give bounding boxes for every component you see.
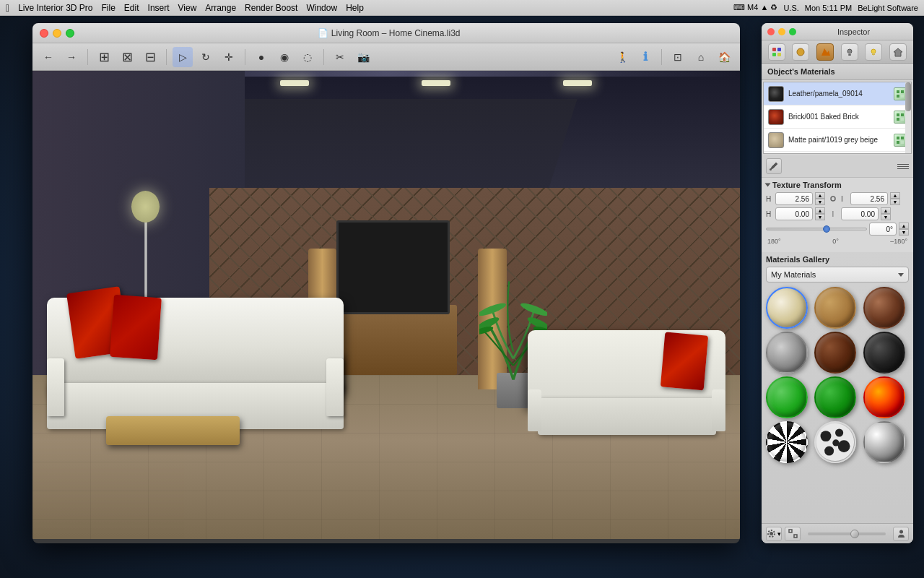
- material-ball-wood[interactable]: [814, 287, 856, 329]
- materials-scrollbar-thumb[interactable]: [905, 82, 911, 111]
- materials-list[interactable]: Leather/pamela_09014 Brick/001 Baked Bri…: [763, 82, 912, 154]
- menu-edit[interactable]: Edit: [124, 3, 139, 13]
- scale-y-up[interactable]: ▲: [890, 192, 900, 199]
- move-tool[interactable]: ✛: [219, 47, 239, 67]
- view-3d-button[interactable]: ⊟: [140, 47, 160, 67]
- inspector-tab-lighting[interactable]: [841, 43, 858, 61]
- camera-tool[interactable]: 📷: [353, 47, 373, 67]
- info-button[interactable]: ℹ: [635, 47, 655, 67]
- inspector-minimize[interactable]: [778, 28, 785, 35]
- menu-app[interactable]: Live Interior 3D Pro: [18, 3, 92, 13]
- material-ball-green2[interactable]: [814, 376, 856, 418]
- menu-file[interactable]: File: [102, 3, 116, 13]
- materials-scrollbar[interactable]: [905, 82, 911, 153]
- angle-input[interactable]: 0°: [869, 223, 897, 236]
- svg-rect-17: [901, 95, 904, 98]
- recessed-light-2: [280, 80, 309, 86]
- path-tool[interactable]: ◌: [297, 47, 318, 67]
- inspector-tab-texture[interactable]: [816, 43, 834, 61]
- material-item-2[interactable]: Matte paint/1019 grey beige: [764, 129, 911, 152]
- sphere-tool[interactable]: ●: [251, 47, 271, 67]
- nav-forward-button[interactable]: →: [61, 47, 82, 67]
- gallery-dropdown[interactable]: My Materials: [766, 267, 909, 282]
- collapse-triangle[interactable]: [765, 184, 771, 187]
- circle-tool[interactable]: ◉: [274, 47, 295, 67]
- material-item-0[interactable]: Leather/pamela_09014: [764, 82, 911, 105]
- offset-y-input[interactable]: 0.00: [841, 207, 879, 220]
- offset-y-up[interactable]: ▲: [881, 207, 891, 214]
- scissors-tool[interactable]: ✂: [330, 47, 350, 67]
- person-button[interactable]: [893, 527, 909, 541]
- inspector-tab-object[interactable]: [792, 43, 809, 61]
- scale-x-up[interactable]: ▲: [815, 192, 825, 199]
- view-2d-button[interactable]: ⊞: [94, 47, 114, 67]
- viewport[interactable]: [32, 71, 740, 539]
- offset-x-stepper[interactable]: ▲ ▼: [815, 207, 825, 220]
- inspector-tab-bulb[interactable]: [865, 43, 882, 61]
- scale-x-label: H: [766, 195, 773, 203]
- material-ball-zebra[interactable]: [766, 421, 808, 463]
- offset-x-input[interactable]: 0.00: [775, 207, 813, 220]
- gear-button[interactable]: ▾: [766, 527, 782, 541]
- angle-slider-thumb[interactable]: [823, 225, 830, 233]
- scale-x-down[interactable]: ▼: [815, 199, 825, 205]
- scale-x-input[interactable]: 2.56: [775, 192, 813, 205]
- menu-arrange[interactable]: Arrange: [205, 3, 236, 13]
- fit-button[interactable]: [785, 527, 801, 541]
- zoom-slider-thumb[interactable]: [850, 530, 859, 538]
- window-minimize-button[interactable]: [53, 29, 61, 38]
- scale-x-stepper[interactable]: ▲ ▼: [815, 192, 825, 205]
- material-ball-darkwood[interactable]: [863, 287, 905, 329]
- menu-help[interactable]: Help: [346, 3, 364, 13]
- menu-render[interactable]: Render Boost: [245, 3, 297, 13]
- scale-y-input[interactable]: 2.56: [850, 192, 888, 205]
- chair-seat: [538, 398, 716, 435]
- eyedropper-tool[interactable]: [766, 158, 782, 174]
- material-ball-metal[interactable]: [766, 332, 808, 374]
- material-ball-cream[interactable]: [766, 287, 808, 329]
- menu-window[interactable]: Window: [306, 3, 337, 13]
- layout1-button[interactable]: ⊡: [668, 47, 688, 67]
- walk-button[interactable]: 🚶: [612, 47, 632, 67]
- svg-point-13: [871, 49, 876, 53]
- tools-menu-button[interactable]: [897, 160, 909, 172]
- window-close-button[interactable]: [40, 29, 48, 38]
- zoom-slider[interactable]: [808, 532, 886, 535]
- inspector-close[interactable]: [767, 28, 775, 35]
- offset-x-down[interactable]: ▼: [815, 214, 825, 220]
- rotate-tool[interactable]: ↻: [196, 47, 216, 67]
- offset-x-up[interactable]: ▲: [815, 207, 825, 214]
- nav-back-button[interactable]: ←: [38, 47, 58, 67]
- toolbar-separator-2: [166, 49, 167, 65]
- view-floor-button[interactable]: ⊠: [117, 47, 137, 67]
- menu-view[interactable]: View: [178, 3, 197, 13]
- scale-y-down[interactable]: ▼: [890, 199, 900, 205]
- layout3-button[interactable]: 🏠: [714, 47, 734, 67]
- menu-insert[interactable]: Insert: [148, 3, 170, 13]
- select-tool[interactable]: ▷: [173, 47, 193, 67]
- material-ball-brown[interactable]: [814, 332, 856, 374]
- material-ball-chrome[interactable]: [863, 421, 905, 463]
- window-maximize-button[interactable]: [66, 29, 74, 38]
- material-item-1[interactable]: Brick/001 Baked Brick: [764, 105, 911, 129]
- apple-menu[interactable]: : [6, 2, 9, 14]
- angle-up[interactable]: ▲: [899, 223, 909, 229]
- menubar-right: ⌨ M4 ▲ ♻ U.S. Mon 5:11 PM BeLight Softwa…: [733, 3, 918, 12]
- material-ball-green[interactable]: [766, 376, 808, 418]
- angle-label-max: –180°: [890, 238, 907, 245]
- scale-y-stepper[interactable]: ▲ ▼: [890, 192, 900, 205]
- link-icon[interactable]: [827, 193, 839, 204]
- inspector-maximize[interactable]: [789, 28, 796, 35]
- material-ball-spots[interactable]: [814, 421, 856, 463]
- angle-slider[interactable]: [766, 224, 867, 234]
- material-ball-fire[interactable]: [863, 376, 905, 418]
- material-ball-black[interactable]: [863, 332, 905, 374]
- angle-stepper[interactable]: ▲ ▼: [899, 223, 909, 236]
- offset-y-stepper[interactable]: ▲ ▼: [881, 207, 891, 220]
- material-swatch-1: [768, 109, 784, 125]
- angle-down[interactable]: ▼: [899, 229, 909, 236]
- layout2-button[interactable]: ⌂: [691, 47, 711, 67]
- inspector-tab-house[interactable]: [889, 43, 907, 61]
- offset-y-down[interactable]: ▼: [881, 214, 891, 220]
- inspector-tab-materials[interactable]: [768, 43, 785, 61]
